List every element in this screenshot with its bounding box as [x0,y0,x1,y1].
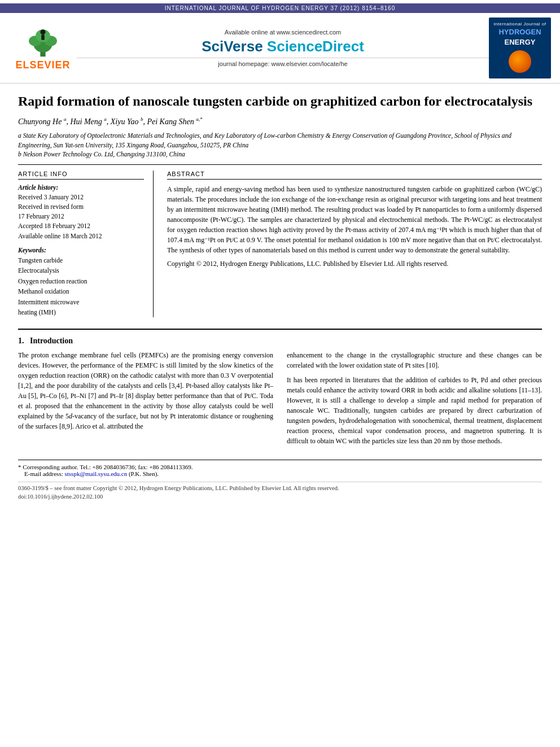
hydrogen-journal-name: HYDROGEN [491,27,549,37]
svg-point-5 [40,30,45,35]
authors-line: Chunyong He a, Hui Meng a, Xiyu Yao b, P… [18,117,542,127]
energy-logo-circle [509,50,531,73]
intro-body-columns: The proton exchange membrane fuel cells … [18,350,542,451]
abstract-header: ABSTRACT [167,171,542,180]
abstract-copyright: Copyright © 2012, Hydrogen Energy Public… [167,259,542,269]
sciverse-block: Available online at www.sciencedirect.co… [77,29,489,67]
header-content: ELSEVIER Available online at www.science… [0,13,560,83]
journal-header: INTERNATIONAL JOURNAL OF HYDROGEN ENERGY… [0,0,560,84]
article-info-header: ARTICLE INFO [18,171,144,180]
issn-copyright: 0360-3199/$ – see front matter Copyright… [18,484,542,493]
author-chunyong: Chunyong He [18,117,62,126]
sup-b: b [141,117,143,123]
received-date: Received 3 January 2012 [18,193,144,202]
sup-a1: a [64,117,67,123]
intro-title: 1. Introduction [18,337,542,346]
page-footer: 0360-3199/$ – see front matter Copyright… [18,482,542,501]
keyword-2: Electrocatalysis [18,265,144,276]
keyword-1: Tungsten carbide [18,255,144,265]
article-info-column: ARTICLE INFO Article history: Received 3… [18,171,154,318]
journal-homepage-text: journal homepage: www.elsevier.com/locat… [77,58,489,67]
accepted-date: Accepted 18 February 2012 [18,221,144,231]
author-xiyu: Xiyu Yao [111,117,139,126]
affiliation-a: a State Key Laboratory of Optoelectronic… [18,131,542,149]
doi-text: doi:10.1016/j.ijhydene.2012.02.100 [18,493,542,501]
corresponding-author-text: * Corresponding author. Tel.: +86 208403… [18,464,193,470]
hydrogen-energy-logo: international Journal of HYDROGEN ENERGY [489,18,551,78]
intro-right-col: enhancement to the change in the crystal… [287,350,542,451]
intro-heading: Introduction [30,337,73,345]
keywords-label: Keywords: [18,247,144,254]
elsevier-tree-icon [20,24,65,58]
intro-number: 1. [18,337,24,345]
keyword-5: Intermittent microwave [18,297,144,307]
history-label: Article history: [18,184,144,191]
keyword-4: Methanol oxidation [18,286,144,296]
available-date: Available online 18 March 2012 [18,231,144,241]
keyword-3: Oxygen reduction reaction [18,276,144,286]
journal-title-bar: INTERNATIONAL JOURNAL OF HYDROGEN ENERGY… [0,3,560,13]
email-label: E-mail address: [24,470,63,477]
svg-rect-6 [41,35,45,40]
introduction-section: 1. Introduction The proton exchange memb… [18,329,542,451]
abstract-text: A simple, rapid and energy-saving method… [167,184,542,269]
article-info-abstract-columns: ARTICLE INFO Article history: Received 3… [18,171,542,318]
revised-label: Received in revised form [18,202,144,212]
keyword-5b: heating (IMH) [18,307,144,317]
footnotes: * Corresponding author. Tel.: +86 208403… [18,460,542,477]
intro-left-col: The proton exchange membrane fuel cells … [18,350,273,451]
available-online-text: Available online at www.sciencedirect.co… [77,29,489,36]
article-content: Rapid formation of nanoscale tungsten ca… [0,84,560,510]
sup-a2: a [104,117,107,123]
email-address: stsspk@mail.sysu.edu.cn [64,470,127,477]
hydrogen-journal-energy: ENERGY [491,37,549,47]
affiliations: a State Key Laboratory of Optoelectronic… [18,131,542,158]
sup-a-star: a,* [196,117,202,123]
corresponding-author-note: * Corresponding author. Tel.: +86 208403… [18,464,542,470]
article-history: Article history: Received 3 January 2012… [18,184,144,241]
author-hui: Hui Meng [70,117,102,126]
journal-title-text: INTERNATIONAL JOURNAL OF HYDROGEN ENERGY… [165,5,395,11]
email-suffix: (P.K. Shen). [129,470,159,477]
intro-right-text: enhancement to the change in the crystal… [287,350,542,446]
abstract-paragraph: A simple, rapid and energy-saving method… [167,184,542,255]
affiliation-b: b Nekson Power Technology Co. Ltd, Chang… [18,150,542,159]
elsevier-logo: ELSEVIER [9,24,77,71]
email-line: E-mail address: stsspk@mail.sysu.edu.cn … [18,470,542,477]
abstract-column: ABSTRACT A simple, rapid and energy-savi… [167,171,542,318]
author-peikang: Pei Kang Shen [147,117,194,126]
keywords-block: Keywords: Tungsten carbide Electrocataly… [18,247,144,317]
intro-left-text: The proton exchange membrane fuel cells … [18,350,273,431]
article-title: Rapid formation of nanoscale tungsten ca… [18,93,542,110]
sciverse-logo: SciVerse ScienceDirect [77,38,489,55]
divider-after-affiliations [18,164,542,165]
revised-date: 17 February 2012 [18,212,144,221]
elsevier-text: ELSEVIER [15,59,70,71]
